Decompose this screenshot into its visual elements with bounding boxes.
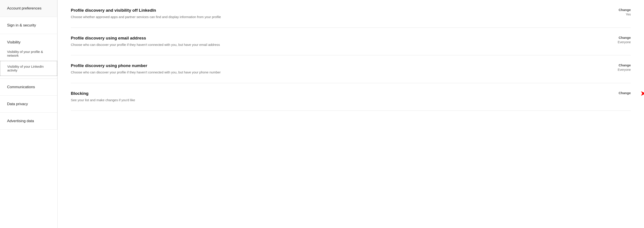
change-value-profile-discovery-phone: Everyone [618, 68, 631, 72]
setting-desc-profile-discovery-linkedin: Choose whether approved apps and partner… [71, 14, 234, 20]
sidebar-nav: Account preferences Sign in & security V… [0, 0, 57, 130]
setting-profile-discovery-email: Profile discovery using email address Ch… [71, 28, 631, 56]
setting-title-profile-discovery-phone: Profile discovery using phone number [71, 63, 252, 68]
change-link-profile-discovery-linkedin[interactable]: Change [619, 8, 631, 12]
change-link-profile-discovery-email[interactable]: Change [619, 36, 631, 40]
setting-desc-blocking: See your list and make changes if you'd … [71, 98, 234, 103]
change-link-profile-discovery-phone[interactable]: Change [619, 63, 631, 67]
setting-title-profile-discovery-email: Profile discovery using email address [71, 36, 252, 40]
main-content: Profile discovery and visibility off Lin… [58, 0, 644, 228]
change-link-blocking[interactable]: Change [619, 91, 631, 95]
sidebar: Account preferences Sign in & security V… [0, 0, 57, 228]
sidebar-item-advertising-data[interactable]: Advertising data [0, 113, 57, 130]
setting-desc-profile-discovery-email: Choose who can discover your profile if … [71, 42, 234, 48]
sidebar-item-visibility[interactable]: Visibility [0, 34, 57, 46]
setting-profile-discovery-phone: Profile discovery using phone number Cho… [71, 55, 631, 83]
setting-desc-profile-discovery-phone: Choose who can discover your profile if … [71, 70, 234, 75]
setting-title-profile-discovery-linkedin: Profile discovery and visibility off Lin… [71, 8, 252, 13]
sidebar-item-visibility-linkedin-activity[interactable]: ➤ Visibility of your LinkedIn activity [0, 61, 57, 76]
setting-title-blocking: Blocking [71, 91, 252, 96]
sidebar-item-visibility-profile-network[interactable]: Visibility of your profile & network [0, 46, 57, 61]
setting-profile-discovery-linkedin: Profile discovery and visibility off Lin… [71, 0, 631, 28]
sidebar-item-account-preferences[interactable]: Account preferences [0, 0, 57, 17]
sidebar-item-communications[interactable]: Communications [0, 79, 57, 96]
change-value-profile-discovery-linkedin: Yes [626, 12, 631, 16]
sidebar-item-sign-in-security[interactable]: Sign in & security [0, 17, 57, 34]
visibility-group: Visibility Visibility of your profile & … [0, 34, 57, 79]
change-value-profile-discovery-email: Everyone [618, 40, 631, 44]
sidebar-item-data-privacy[interactable]: Data privacy [0, 96, 57, 113]
red-arrow-right-icon: ➤ [640, 90, 644, 97]
setting-blocking: Blocking See your list and make changes … [71, 83, 631, 111]
